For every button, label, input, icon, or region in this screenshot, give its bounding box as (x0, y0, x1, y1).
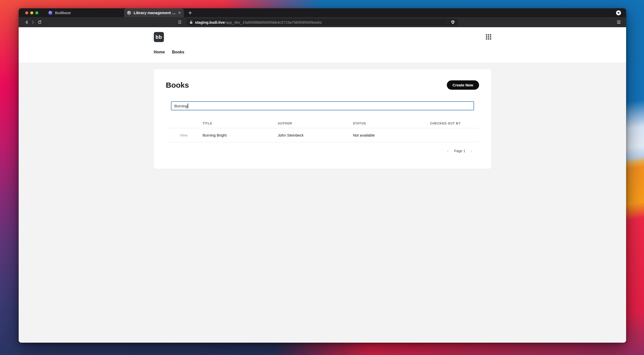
view-link[interactable]: View (180, 133, 188, 137)
column-header-status: STATUS (353, 122, 430, 125)
bookmark-button[interactable] (177, 19, 183, 25)
pagination-next-icon[interactable]: › (471, 148, 472, 153)
apps-grid-icon[interactable] (486, 34, 491, 40)
close-tab-icon[interactable]: × (178, 11, 181, 15)
app-page: bb Home Books Books Create New Burning (19, 27, 626, 343)
app-favicon-icon (127, 11, 131, 15)
card-header: Books Create New (166, 69, 479, 90)
tab-bar: Budibase Library management app × + (19, 8, 626, 17)
nav-item-books[interactable]: Books (172, 50, 184, 54)
text-caret (188, 104, 188, 108)
app-header: bb Home Books (19, 27, 626, 62)
pagination-label: Page 1 (454, 149, 465, 153)
brave-shield-icon[interactable] (451, 20, 455, 24)
cell-status: Not available (353, 133, 430, 137)
bookmark-icon (178, 20, 182, 24)
main-nav: Home Books (154, 50, 184, 54)
books-card: Books Create New Burning TITLE AUTHOR ST… (154, 69, 491, 169)
new-tab-button[interactable]: + (188, 10, 192, 16)
url-path: /app_dev_1fa65096b850455bb4c5715a7565595… (225, 20, 322, 24)
url-domain: staging.budi.live (195, 20, 225, 24)
search-input-value: Burning (174, 104, 188, 108)
search-input[interactable]: Burning (171, 101, 474, 110)
column-header-checked-out-by: CHECKED OUT BY (430, 122, 479, 125)
budibase-favicon-icon (48, 11, 52, 15)
urlbar-divider (448, 20, 448, 24)
table-header-row: TITLE AUTHOR STATUS CHECKED OUT BY (166, 119, 479, 128)
close-window-button[interactable] (25, 11, 28, 14)
pagination-prev-icon[interactable]: ‹ (447, 148, 448, 153)
forward-button[interactable] (30, 19, 36, 25)
create-new-button[interactable]: Create New (447, 80, 479, 90)
reload-icon (38, 20, 42, 24)
chevron-down-icon (617, 12, 620, 14)
column-header-title: TITLE (203, 122, 278, 125)
column-header-author: AUTHOR (278, 122, 353, 125)
tab-search-button[interactable] (616, 10, 621, 15)
browser-window: Budibase Library management app × + (19, 8, 626, 343)
reload-button[interactable] (36, 19, 43, 25)
cell-title: Burning Bright (203, 133, 278, 137)
tab-label: Library management app (134, 11, 176, 15)
back-button[interactable] (23, 19, 30, 25)
minimize-window-button[interactable] (30, 11, 33, 14)
page-body: Books Create New Burning TITLE AUTHOR ST… (19, 62, 626, 343)
back-arrow-icon (24, 20, 29, 24)
address-bar[interactable]: staging.budi.live /app_dev_1fa65096b8504… (187, 19, 458, 26)
page-title: Books (166, 81, 189, 89)
browser-toolbar: staging.budi.live /app_dev_1fa65096b8504… (19, 17, 626, 27)
traffic-lights (25, 11, 38, 14)
table-row: View Burning Bright John Steinbeck Not a… (166, 128, 479, 142)
tab-library-management-app[interactable]: Library management app × (124, 8, 184, 17)
pagination: ‹ Page 1 › (166, 148, 479, 153)
tab-label: Budibase (55, 11, 71, 15)
forward-arrow-icon (31, 20, 35, 24)
budibase-logo: bb (154, 32, 164, 42)
tab-budibase[interactable]: Budibase (46, 8, 99, 17)
cell-author: John Steinbeck (278, 133, 353, 137)
zoom-window-button[interactable] (35, 11, 38, 14)
lock-icon (190, 20, 193, 24)
nav-item-home[interactable]: Home (154, 50, 165, 54)
menu-button[interactable] (617, 21, 621, 24)
books-table: TITLE AUTHOR STATUS CHECKED OUT BY View … (166, 119, 479, 142)
